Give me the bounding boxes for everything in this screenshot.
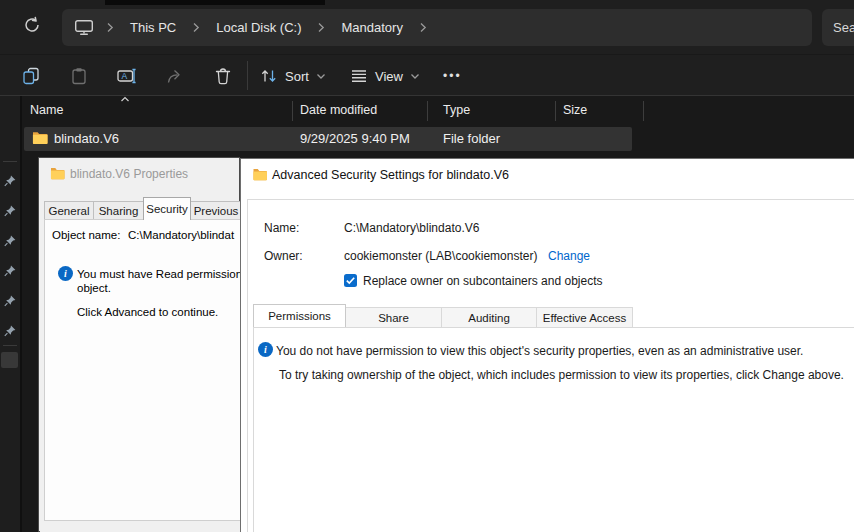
chevron-right-icon [192,22,200,33]
column-resizer[interactable] [555,101,556,121]
column-header-size[interactable]: Size [563,103,587,117]
take-ownership-message: To try taking ownership of the object, w… [279,368,844,382]
tab-strip: General Sharing Security Previous [44,199,242,220]
name-value: C:\Mandatory\blindato.V6 [344,221,479,235]
object-name-label: Object name: [52,229,120,241]
tab-page: Object name: C:\Mandatory\blindat i You … [44,219,240,521]
dialog-title: Advanced Security Settings for blindato.… [272,168,509,182]
replace-owner-checkbox[interactable] [344,274,357,287]
sort-ascending-icon [120,96,130,102]
file-type: File folder [443,131,500,146]
folder-icon [50,167,65,180]
share-icon [166,67,184,85]
toolbar-divider [247,61,248,90]
owner-value: cookiemonster (LAB\cookiemonster) [344,249,537,263]
dialog-title: blindato.V6 Properties [70,167,188,181]
pinned-item[interactable] [4,325,16,337]
column-resizer[interactable] [292,101,293,121]
rename-button[interactable]: A [114,63,140,89]
properties-dialog: blindato.V6 Properties General Sharing S… [38,157,240,532]
pinned-item[interactable] [4,295,16,307]
column-resizer[interactable] [427,101,428,121]
paste-button[interactable] [66,63,92,89]
delete-icon [214,67,232,85]
more-icon: ••• [443,69,462,83]
share-button[interactable] [162,63,188,89]
view-icon [350,69,368,83]
chevron-right-icon [317,22,325,33]
view-label: View [375,69,403,84]
column-header-type[interactable]: Type [443,103,470,117]
change-owner-link[interactable]: Change [548,249,590,263]
see-more-button[interactable]: ••• [443,63,462,89]
tab-effective-access[interactable]: Effective Access [536,307,633,327]
rail-selected-item[interactable] [1,352,18,368]
chevron-right-icon[interactable] [419,22,427,33]
breadcrumb-item-this-pc[interactable]: This PC [124,18,182,37]
tab-strip: Permissions Share Auditing Effective Acc… [253,304,633,327]
column-header-name[interactable]: Name [30,103,63,117]
info-icon: i [58,266,73,281]
rename-icon: A [117,67,137,85]
chevron-down-icon [410,73,420,80]
search-text: Sea [833,20,854,35]
dialog-content-panel: Name: C:\Mandatory\blindato.V6 Owner: co… [247,199,854,532]
view-button[interactable]: View [350,63,420,89]
delete-button[interactable] [210,63,236,89]
column-header-date-modified[interactable]: Date modified [300,103,377,117]
dialog-footer [40,521,240,532]
address-bar: This PC Local Disk (C:) Mandatory Sea [0,0,854,54]
sort-icon [260,68,278,84]
permissions-warning-line2: object. [77,282,111,294]
command-bar: A Sort View [0,54,854,96]
owner-label: Owner: [264,249,303,263]
no-permission-message: You do not have permission to view this … [276,344,803,358]
tab-security[interactable]: Security [143,197,191,220]
refresh-button[interactable] [22,15,42,35]
rail-divider [3,345,17,346]
tab-permissions[interactable]: Permissions [253,304,346,327]
table-row[interactable]: blindato.V6 9/29/2025 9:40 PM File folde… [24,127,632,151]
chevron-down-icon [316,73,326,80]
tab-page: i You do not have permission to view thi… [253,327,854,532]
name-label: Name: [264,221,299,235]
pinned-item[interactable] [4,235,16,247]
folder-icon [252,168,268,181]
pinned-item[interactable] [4,205,16,217]
info-icon: i [258,342,273,357]
copy-button[interactable] [18,63,44,89]
rail-divider [3,161,17,162]
pinned-item[interactable] [4,265,16,277]
sort-button[interactable]: Sort [260,63,326,89]
this-pc-icon [74,19,94,36]
checkmark-icon [345,275,356,286]
breadcrumb-item-mandatory[interactable]: Mandatory [335,18,408,37]
pinned-item[interactable] [4,175,16,187]
tab-previous-versions[interactable]: Previous [190,201,242,220]
search-input[interactable]: Sea [822,9,854,46]
sort-label: Sort [285,69,309,84]
permissions-warning-line1: You must have Read permissions [77,268,248,280]
tab-sharing[interactable]: Sharing [93,201,144,220]
advanced-hint: Click Advanced to continue. [77,306,218,318]
folder-icon [32,131,48,145]
chevron-right-icon [106,22,114,33]
tab-auditing[interactable]: Auditing [441,307,537,327]
svg-text:A: A [122,71,128,81]
column-resizer[interactable] [643,101,644,121]
tab-general[interactable]: General [44,201,94,220]
breadcrumb: This PC Local Disk (C:) Mandatory [62,9,812,46]
tab-seam [105,0,325,5]
advanced-security-dialog: Advanced Security Settings for blindato.… [240,158,854,532]
file-date-modified: 9/29/2025 9:40 PM [300,131,410,146]
rail-seam [20,96,22,532]
object-name-value: C:\Mandatory\blindat [128,229,234,241]
file-name: blindato.V6 [54,131,119,146]
copy-icon [22,67,40,85]
paste-icon [70,67,88,85]
breadcrumb-item-local-disk[interactable]: Local Disk (C:) [210,18,307,37]
tab-share[interactable]: Share [345,307,442,327]
navigation-rail [0,96,20,532]
replace-owner-label: Replace owner on subcontainers and objec… [363,274,602,288]
refresh-icon [22,15,42,35]
